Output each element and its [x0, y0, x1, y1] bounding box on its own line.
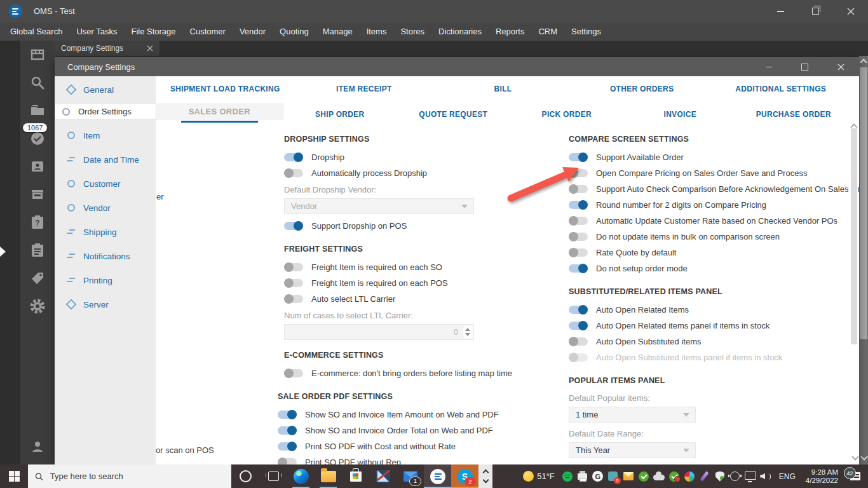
network-icon[interactable] [743, 464, 758, 488]
search-icon[interactable] [22, 69, 53, 97]
toggle-rate-quote-default[interactable] [569, 248, 588, 257]
spotify-icon[interactable] [560, 464, 575, 488]
menu-user-tasks[interactable]: User Tasks [69, 22, 124, 41]
tab-pick-order[interactable]: PICK ORDER [510, 102, 624, 127]
defender-shield-icon[interactable] [712, 464, 728, 488]
grammarly-icon[interactable]: G [590, 464, 606, 488]
feather-icon[interactable] [697, 464, 712, 488]
toggle-no-bulk-update[interactable] [569, 233, 588, 241]
tab-quote-request[interactable]: QUOTE REQUEST [397, 102, 510, 127]
toggle-print-so-cost-no-rate[interactable] [278, 442, 297, 451]
cortana-button[interactable] [231, 464, 259, 488]
nav-item-date-and-time[interactable]: Date and Time [55, 147, 156, 172]
nav-item-general[interactable]: General [55, 78, 156, 102]
menu-customer[interactable]: Customer [183, 22, 233, 41]
taskbar-edge-button[interactable] [287, 464, 315, 488]
tag-icon[interactable] [22, 264, 53, 292]
menu-reports[interactable]: Reports [489, 22, 532, 41]
taskbar-photos-button[interactable] [369, 464, 397, 488]
toggle-support-dropship-pos[interactable] [284, 222, 303, 230]
weather-icon[interactable] [520, 464, 536, 488]
window-restore-button[interactable] [798, 0, 833, 22]
taskbar-store-button[interactable] [342, 464, 369, 488]
green-check-icon[interactable] [636, 464, 651, 488]
default-date-range-select[interactable]: This Year [569, 442, 696, 458]
user-icon[interactable] [22, 433, 53, 461]
menu-settings[interactable]: Settings [564, 22, 608, 41]
menu-crm[interactable]: CRM [531, 22, 564, 41]
pinwheel-icon[interactable] [682, 464, 697, 488]
printer-icon[interactable] [575, 464, 590, 488]
toggle-support-available-order[interactable] [569, 153, 588, 161]
store-icon[interactable] [22, 180, 53, 208]
scrollbar-thumb[interactable] [851, 128, 857, 344]
nav-item-vendor[interactable]: Vendor [55, 196, 156, 220]
toggle-freight-required-so[interactable] [284, 263, 303, 271]
language-indicator[interactable]: ENG [773, 472, 801, 481]
volume-icon[interactable] [758, 464, 773, 488]
nav-item-item[interactable]: Item [55, 123, 156, 147]
tab-invoice[interactable]: INVOICE [623, 102, 737, 127]
taskbar-file-explorer-button[interactable] [315, 464, 342, 488]
menu-stores[interactable]: Stores [393, 22, 431, 41]
dialog-maximize-button[interactable] [787, 57, 823, 76]
nav-item-printing[interactable]: Printing [55, 268, 156, 292]
taskbar-search-box[interactable] [28, 464, 231, 488]
toggle-auto-open-related[interactable] [569, 306, 588, 314]
window-minimize-button[interactable] [763, 0, 798, 22]
sidebar-flyout-arrow-icon[interactable] [0, 247, 11, 257]
tab-shipment-load-tracking[interactable]: SHIPMENT LOAD TRACKING [156, 76, 295, 102]
toggle-auto-open-related-stock[interactable] [569, 322, 588, 330]
toggle-ecommerce-orders[interactable] [284, 369, 303, 377]
green-check-alert-icon[interactable] [667, 464, 682, 488]
tab-other-orders[interactable]: OTHER ORDERS [573, 76, 712, 102]
menu-manage[interactable]: Manage [316, 22, 360, 41]
dashboard-icon[interactable] [22, 41, 53, 69]
start-button[interactable] [0, 464, 28, 488]
scroll-down-icon[interactable] [851, 453, 858, 460]
task-view-button[interactable] [259, 464, 287, 488]
toggle-auto-update-customer-rate[interactable] [569, 217, 588, 225]
number-spinner[interactable] [462, 325, 473, 339]
default-popular-items-select[interactable]: 1 time [569, 407, 696, 423]
onedrive-cloud-icon[interactable] [651, 464, 667, 488]
menu-vendor[interactable]: Vendor [233, 22, 273, 41]
toggle-show-so-item-amount[interactable] [278, 410, 297, 419]
background-window-scrollbar[interactable] [859, 56, 868, 464]
tab-ship-order[interactable]: SHIP ORDER [283, 102, 397, 127]
nav-item-server[interactable]: Server [55, 292, 156, 316]
taskbar-mail-button[interactable]: 1 [397, 464, 424, 488]
toggle-auto-open-substituted[interactable] [569, 337, 588, 346]
menu-file-storage[interactable]: File Storage [124, 22, 182, 41]
mail-tray-icon[interactable] [621, 464, 636, 488]
menu-global-search[interactable]: Global Search [3, 22, 69, 41]
menu-items[interactable]: Items [360, 22, 394, 41]
tab-purchase-order[interactable]: PURCHASE ORDER [737, 102, 851, 127]
menu-dictionaries[interactable]: Dictionaries [431, 22, 489, 41]
dialog-close-button[interactable] [823, 57, 859, 76]
dialog-scrollbar[interactable] [850, 121, 858, 464]
scroll-down-icon[interactable] [860, 453, 867, 460]
notification-center-button[interactable]: 42 [843, 472, 868, 480]
nav-item-notifications[interactable]: Notifications [55, 244, 156, 268]
clipboard-list-icon[interactable] [22, 236, 53, 264]
scroll-up-icon[interactable] [860, 58, 867, 65]
menu-quoting[interactable]: Quoting [273, 22, 316, 41]
clock[interactable]: 9:28 AM 4/29/2022 [801, 468, 843, 485]
window-close-button[interactable] [833, 0, 868, 22]
toggle-dropship[interactable] [284, 153, 303, 161]
toggle-open-compare-pricing[interactable] [569, 169, 588, 177]
scrollbar-thumb[interactable] [860, 67, 867, 339]
search-input[interactable] [49, 471, 224, 482]
toggle-show-so-order-total[interactable] [278, 426, 297, 435]
folder-icon[interactable] [22, 97, 53, 125]
toggle-freight-required-pos[interactable] [284, 279, 303, 287]
nav-item-customer[interactable]: Customer [55, 172, 156, 196]
dialog-minimize-button[interactable] [750, 57, 787, 76]
ltl-cases-number-input[interactable]: 0 [284, 324, 474, 340]
toggle-print-so-without-rep[interactable] [278, 458, 297, 464]
clipboard-question-icon[interactable]: ? [22, 208, 53, 236]
toggle-round-2-digits[interactable] [569, 201, 588, 209]
nav-item-shipping[interactable]: Shipping [55, 220, 156, 244]
gear-icon[interactable] [22, 292, 53, 320]
